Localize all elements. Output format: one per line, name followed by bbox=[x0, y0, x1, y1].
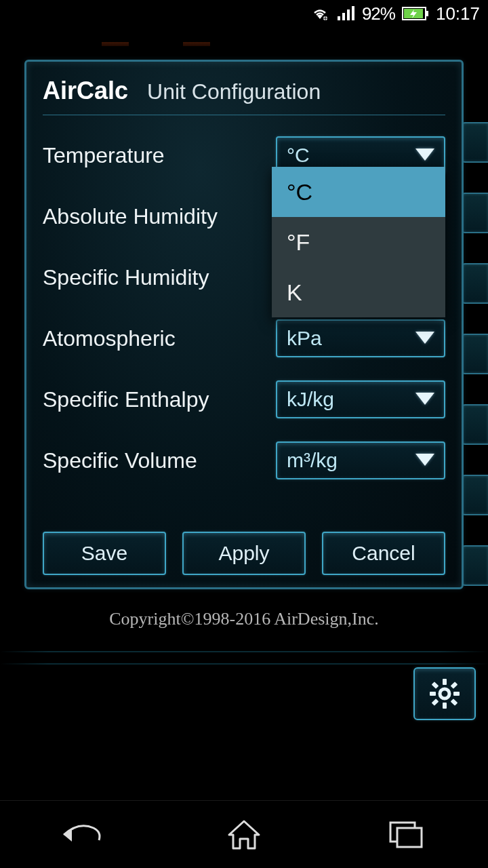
recent-apps-icon bbox=[388, 820, 426, 850]
dialog-footer: Save Apply Cancel bbox=[43, 532, 445, 575]
wifi-icon bbox=[310, 5, 329, 22]
temperature-dropdown-panel: °C °F K bbox=[272, 167, 445, 317]
signal-icon bbox=[336, 5, 355, 22]
dropdown-option-celsius[interactable]: °C bbox=[272, 167, 445, 217]
apply-button[interactable]: Apply bbox=[182, 532, 306, 575]
dropdown-option-fahrenheit[interactable]: °F bbox=[272, 217, 445, 267]
specific-enthalpy-select[interactable]: kJ/kg bbox=[276, 380, 445, 418]
bg-indicator-marks bbox=[102, 42, 237, 46]
dropdown-option-kelvin[interactable]: K bbox=[272, 267, 445, 317]
svg-rect-15 bbox=[432, 698, 439, 706]
dialog-header: AirCalc Unit Configuration bbox=[43, 77, 445, 115]
config-label: Specific Enthalpy bbox=[43, 387, 209, 412]
save-button[interactable]: Save bbox=[43, 532, 166, 575]
settings-button[interactable] bbox=[413, 667, 476, 720]
gear-icon bbox=[428, 677, 461, 710]
select-value: °C bbox=[287, 144, 310, 167]
config-row-specific-enthalpy: Specific Enthalpy kJ/kg bbox=[43, 369, 445, 430]
chevron-down-icon bbox=[415, 454, 434, 466]
status-bar: 92% 10:17 bbox=[0, 0, 488, 27]
svg-rect-6 bbox=[426, 11, 428, 16]
home-button[interactable] bbox=[203, 808, 285, 862]
app-name: AirCalc bbox=[43, 77, 128, 105]
chevron-down-icon bbox=[415, 393, 434, 405]
chevron-down-icon bbox=[415, 149, 434, 161]
config-label: Specific Volume bbox=[43, 448, 197, 473]
svg-rect-14 bbox=[451, 682, 458, 689]
svg-rect-2 bbox=[342, 13, 345, 20]
svg-rect-12 bbox=[453, 692, 460, 696]
svg-point-8 bbox=[440, 689, 449, 698]
svg-rect-1 bbox=[338, 16, 340, 20]
config-label: Specific Humidity bbox=[43, 265, 209, 290]
navigation-bar bbox=[0, 800, 488, 868]
chevron-down-icon bbox=[415, 332, 434, 344]
battery-icon bbox=[402, 5, 429, 22]
svg-rect-11 bbox=[430, 692, 436, 696]
back-icon bbox=[58, 820, 104, 850]
select-value: m³/kg bbox=[287, 449, 338, 472]
home-icon bbox=[226, 818, 262, 851]
svg-rect-10 bbox=[443, 703, 447, 709]
svg-rect-16 bbox=[451, 698, 458, 706]
svg-rect-9 bbox=[443, 679, 447, 685]
dialog-title: Unit Configuration bbox=[147, 79, 321, 104]
svg-rect-4 bbox=[352, 6, 354, 20]
copyright-text: Copyright©1998-2016 AirDesign,Inc. bbox=[0, 609, 488, 629]
config-label: Atomospheric bbox=[43, 326, 176, 351]
svg-rect-3 bbox=[347, 9, 350, 20]
config-label: Temperature bbox=[43, 143, 165, 168]
battery-percentage: 92% bbox=[362, 3, 395, 24]
select-value: kPa bbox=[287, 327, 322, 350]
background-edge-tabs bbox=[461, 122, 488, 586]
recent-apps-button[interactable] bbox=[366, 808, 447, 862]
select-value: kJ/kg bbox=[287, 388, 334, 411]
svg-rect-13 bbox=[432, 682, 439, 689]
config-row-specific-volume: Specific Volume m³/kg bbox=[43, 430, 445, 491]
unit-configuration-dialog: AirCalc Unit Configuration Temperature °… bbox=[24, 60, 464, 589]
atmospheric-select[interactable]: kPa bbox=[276, 319, 445, 357]
back-button[interactable] bbox=[41, 808, 122, 862]
status-clock: 10:17 bbox=[436, 3, 480, 24]
svg-rect-18 bbox=[397, 828, 422, 847]
config-label: Absolute Humidity bbox=[43, 204, 218, 229]
cancel-button[interactable]: Cancel bbox=[322, 532, 445, 575]
specific-volume-select[interactable]: m³/kg bbox=[276, 441, 445, 479]
